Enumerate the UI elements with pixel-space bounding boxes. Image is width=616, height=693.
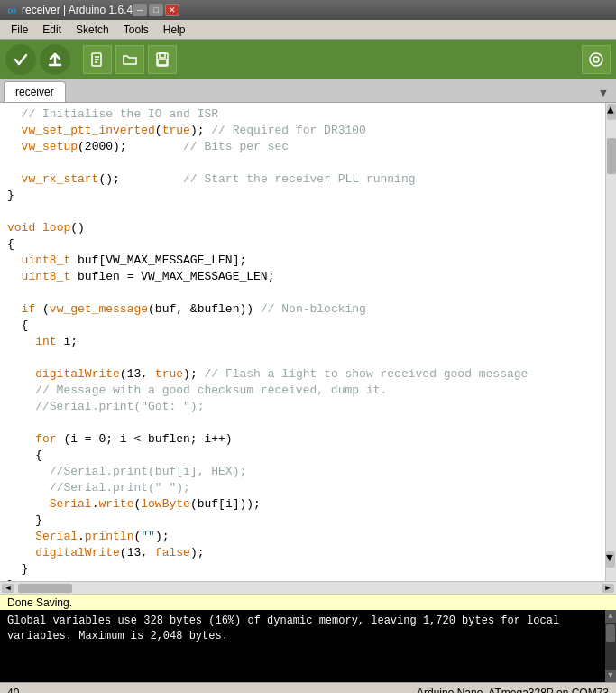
output-console: Global variables use 328 bytes (16%) of … (0, 610, 616, 682)
bottom-bar: 40 Arduino Nano, ATmega328P on COM73 (0, 682, 616, 693)
menu-sketch[interactable]: Sketch (69, 22, 116, 38)
close-button[interactable]: ✕ (165, 4, 179, 16)
maximize-button[interactable]: □ (149, 4, 163, 16)
line-number: 40 (7, 687, 417, 694)
title-text: receiver | Arduino 1.6.4 (22, 4, 133, 16)
output-line1: Global variables use 328 bytes (16%) of … (7, 614, 609, 629)
output-scrollbar[interactable]: ▲ ▼ (605, 610, 616, 682)
menu-bar: File Edit Sketch Tools Help (0, 20, 616, 40)
svg-point-9 (593, 57, 599, 62)
title-bar: ∞ receiver | Arduino 1.6.4 ─ □ ✕ (0, 0, 616, 20)
board-info: Arduino Nano, ATmega328P on COM73 (417, 687, 609, 694)
new-button[interactable] (83, 45, 112, 74)
status-message: Done Saving. (7, 596, 72, 609)
horizontal-scrollbar[interactable]: ◀ ▶ (0, 581, 616, 594)
svg-rect-7 (158, 60, 167, 65)
toolbar (0, 40, 616, 79)
verify-button[interactable] (5, 44, 36, 75)
upload-button[interactable] (40, 44, 70, 75)
open-button[interactable] (115, 45, 144, 74)
code-editor: // Initialise the IO and ISR vw_set_ptt_… (0, 103, 616, 581)
code-content[interactable]: // Initialise the IO and ISR vw_set_ptt_… (0, 103, 605, 581)
menu-help[interactable]: Help (156, 22, 193, 38)
save-button[interactable] (148, 45, 177, 74)
svg-point-8 (590, 53, 602, 66)
menu-tools[interactable]: Tools (116, 22, 156, 38)
tab-receiver[interactable]: receiver (4, 81, 66, 102)
serial-monitor-button[interactable] (582, 45, 611, 74)
scroll-thumb-v[interactable] (607, 138, 616, 174)
menu-file[interactable]: File (4, 22, 35, 38)
menu-edit[interactable]: Edit (35, 22, 69, 38)
status-console: Done Saving. (0, 594, 616, 610)
tab-bar: receiver ▼ (0, 79, 616, 103)
scroll-thumb-h[interactable] (18, 584, 72, 593)
output-line2: variables. Maximum is 2,048 bytes. (7, 629, 609, 644)
app-icon: ∞ (7, 3, 16, 17)
svg-rect-6 (160, 53, 165, 58)
vertical-scrollbar[interactable]: ▲ ▼ (605, 103, 616, 581)
tab-dropdown[interactable]: ▼ (594, 84, 612, 102)
minimize-button[interactable]: ─ (133, 4, 147, 16)
